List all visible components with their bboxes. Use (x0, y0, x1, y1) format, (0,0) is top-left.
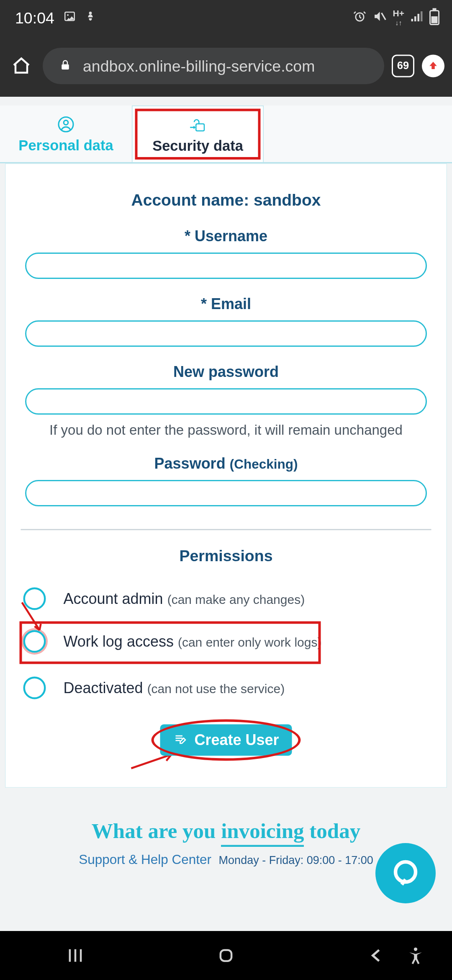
tagline: What are you invoicing today (0, 819, 452, 843)
svg-point-18 (414, 947, 417, 951)
svg-point-2 (89, 12, 92, 15)
security-form: Account name: sandbox * Username * Email… (5, 163, 447, 787)
divider (21, 529, 431, 530)
tab-security-data[interactable]: Security data (132, 106, 264, 162)
padlock-open-icon (133, 116, 263, 134)
svg-rect-9 (62, 64, 69, 70)
email-label: * Email (21, 295, 431, 313)
svg-rect-12 (196, 124, 204, 131)
create-user-label: Create User (194, 731, 279, 748)
nav-accessibility-button[interactable] (390, 946, 441, 965)
svg-point-11 (64, 120, 68, 125)
email-input[interactable] (25, 320, 427, 347)
tab-label: Personal data (18, 137, 113, 153)
alarm-icon (353, 10, 367, 26)
svg-rect-17 (221, 950, 231, 961)
svg-point-13 (396, 862, 416, 882)
browser-menu-button[interactable] (422, 55, 444, 77)
password-hint: If you do not enter the password, it wil… (21, 422, 431, 438)
radio-unchecked-icon (23, 587, 46, 610)
permission-option-deactivated[interactable]: Deactivated (can not use the service) (21, 669, 431, 707)
permission-option-admin[interactable]: Account admin (can make any changes) (21, 580, 431, 617)
network-type-icon: H+↓↑ (393, 9, 404, 26)
svg-point-1 (67, 14, 69, 16)
url-text: andbox.online-billing-service.com (83, 57, 315, 75)
clock: 10:04 (15, 8, 54, 27)
tab-strip: Personal data Security data (0, 106, 452, 163)
radio-unchecked-icon (23, 630, 46, 652)
vibrate-mute-icon (373, 10, 387, 26)
account-name-line: Account name: sandbox (21, 191, 431, 210)
password-check-label: Password (Checking) (21, 455, 431, 472)
tab-personal-data[interactable]: Personal data (0, 106, 132, 162)
nav-home-button[interactable] (201, 946, 251, 965)
browser-toolbar: andbox.online-billing-service.com 69 (0, 35, 452, 97)
svg-rect-6 (414, 16, 416, 21)
permissions-header: Permissions (21, 546, 431, 565)
radio-unchecked-icon (23, 676, 46, 699)
android-nav-bar (0, 931, 452, 980)
username-label: * Username (21, 227, 431, 245)
nav-recents-button[interactable] (50, 946, 100, 965)
svg-rect-5 (411, 19, 413, 21)
username-input[interactable] (25, 253, 427, 279)
url-bar[interactable]: andbox.online-billing-service.com (43, 48, 384, 84)
chat-fab[interactable] (375, 843, 436, 903)
tab-label: Security data (152, 138, 243, 154)
lock-icon (59, 57, 72, 75)
edit-icon (173, 731, 187, 748)
password-check-input[interactable] (25, 480, 427, 506)
svg-rect-8 (421, 11, 423, 21)
signal-icon (411, 10, 423, 25)
browser-home-button[interactable] (8, 52, 35, 80)
user-icon (0, 116, 132, 133)
app-notification-icon (85, 10, 96, 25)
create-user-button[interactable]: Create User (160, 724, 292, 756)
svg-line-4 (381, 13, 385, 20)
svg-rect-7 (418, 14, 420, 21)
status-bar: 10:04 H+↓↑ (0, 0, 452, 35)
tab-count-button[interactable]: 69 (392, 55, 414, 77)
new-password-input[interactable] (25, 388, 427, 415)
permission-option-worklog[interactable]: Work log access (can enter only work log… (21, 622, 431, 660)
new-password-label: New password (21, 363, 431, 381)
image-notification-icon (63, 10, 76, 25)
battery-icon (429, 10, 439, 25)
